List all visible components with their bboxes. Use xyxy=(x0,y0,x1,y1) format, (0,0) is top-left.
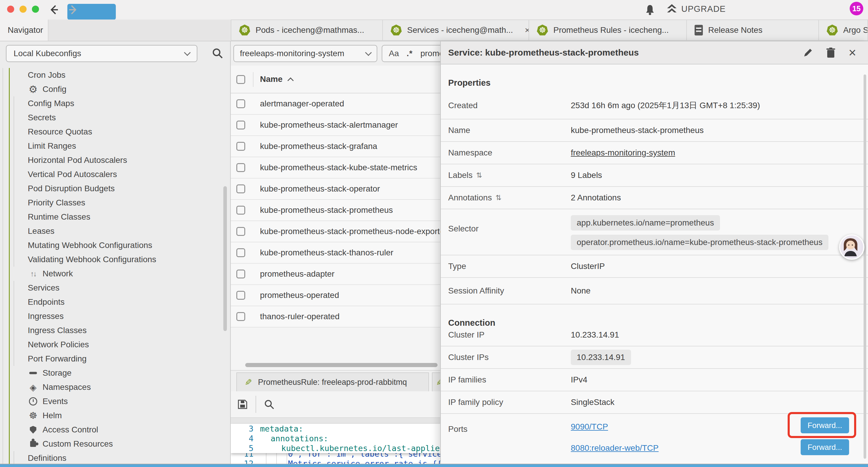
notifications-bell-icon[interactable] xyxy=(644,4,656,16)
row-checkbox[interactable] xyxy=(236,142,245,151)
cluster-tab[interactable]: ☸ Pods - icecheng@mathmas... xyxy=(231,20,383,41)
sidebar-item[interactable]: Ingress Classes xyxy=(0,323,231,338)
cluster-tab[interactable]: ☸ Release Notes xyxy=(687,20,819,41)
port-link[interactable]: 8080:reloader-web/TCP xyxy=(571,443,658,453)
sidebar-scrollbar[interactable] xyxy=(223,186,227,331)
row-checkbox[interactable] xyxy=(236,291,245,300)
sidebar-item[interactable]: Horizontal Pod Autoscalers xyxy=(0,153,231,167)
chevron-down-icon xyxy=(365,49,372,56)
match-case-toggle[interactable]: Aa xyxy=(389,49,399,58)
upgrade-button[interactable]: UPGRADE xyxy=(666,4,725,14)
service-name: prometheus-operated xyxy=(260,291,339,300)
sidebar-item[interactable]: Pod Disruption Budgets xyxy=(0,181,231,196)
select-all-checkbox[interactable] xyxy=(236,75,245,84)
expand-collapse-icon[interactable]: ⇅ xyxy=(495,194,501,202)
row-checkbox[interactable] xyxy=(236,121,245,129)
close-panel-icon[interactable]: × xyxy=(848,48,856,58)
table-row[interactable]: kube-prometheus-stack-thanos-ruler xyxy=(231,242,440,264)
row-checkbox[interactable] xyxy=(236,206,245,214)
cluster-tab[interactable]: ☸ Prometheus Rules - icecheng... xyxy=(529,20,687,41)
sidebar-item[interactable]: Access Control xyxy=(0,423,231,437)
save-icon[interactable] xyxy=(237,399,248,410)
sidebar-item[interactable]: Config xyxy=(0,82,231,96)
row-checkbox[interactable] xyxy=(236,99,245,108)
sidebar-item[interactable]: Validating Webhook Configurations xyxy=(0,253,231,267)
table-row[interactable]: alertmanager-operated xyxy=(231,93,440,115)
sidebar-item[interactable]: Network xyxy=(0,267,231,281)
sidebar-item-icon xyxy=(28,382,38,392)
double-chevron-up-icon xyxy=(666,4,677,14)
sidebar-item[interactable]: Helm xyxy=(0,408,231,423)
row-checkbox[interactable] xyxy=(236,227,245,236)
forward-icon[interactable] xyxy=(67,4,116,20)
sidebar-item[interactable]: Limit Ranges xyxy=(0,139,231,153)
table-row[interactable]: prometheus-operated xyxy=(231,285,440,306)
kubeconfig-select[interactable]: Local Kubeconfigs xyxy=(6,45,197,62)
back-icon[interactable] xyxy=(48,4,60,16)
sidebar-item[interactable]: Cron Jobs xyxy=(0,68,231,82)
sidebar-item[interactable]: Leases xyxy=(0,224,231,238)
editor-tab[interactable]: ✎ PrometheusRule: freeleaps-prod-rabbitm… xyxy=(236,372,429,392)
editor-search-icon[interactable] xyxy=(264,399,275,410)
sidebar-item[interactable]: Priority Classes xyxy=(0,196,231,210)
row-checkbox[interactable] xyxy=(236,184,245,193)
table-row[interactable]: prometheus-adapter xyxy=(231,264,440,285)
sidebar-item-label: Priority Classes xyxy=(28,198,85,207)
name-column-header[interactable]: Name xyxy=(260,75,293,84)
editor-tab-partial[interactable]: ✎ xyxy=(432,372,440,392)
delete-trash-icon[interactable] xyxy=(826,47,836,58)
edit-pencil-icon[interactable] xyxy=(803,48,813,58)
table-row[interactable]: thanos-ruler-operated xyxy=(231,306,440,327)
table-row[interactable]: kube-prometheus-stack-prometheus-node-ex… xyxy=(231,221,440,242)
row-checkbox[interactable] xyxy=(236,269,245,279)
sidebar-item[interactable]: Secrets xyxy=(0,111,231,125)
sidebar-item[interactable]: Runtime Classes xyxy=(0,210,231,224)
user-avatar[interactable] xyxy=(839,234,864,260)
sidebar-item[interactable]: Config Maps xyxy=(0,96,231,111)
regex-toggle[interactable]: .* xyxy=(406,49,413,58)
titlebar: UPGRADE 15 xyxy=(0,0,868,20)
name-filter-input[interactable]: Aa .* prome xyxy=(382,45,440,62)
row-checkbox[interactable] xyxy=(236,163,245,172)
search-icon[interactable] xyxy=(212,47,223,59)
notification-count-badge[interactable]: 15 xyxy=(850,2,863,16)
sidebar-item[interactable]: Storage xyxy=(0,366,231,380)
navigator-tab[interactable]: Navigator xyxy=(0,20,49,41)
minimize-window-button[interactable] xyxy=(20,6,27,13)
table-row[interactable]: kube-prometheus-stack-kube-state-metrics xyxy=(231,157,440,178)
sidebar-item[interactable]: Mutating Webhook Configurations xyxy=(0,238,231,253)
row-checkbox[interactable] xyxy=(236,312,245,321)
sidebar-item[interactable]: Network Policies xyxy=(0,338,231,352)
namespace-link[interactable]: freeleaps-monitoring-system xyxy=(571,148,675,157)
sidebar-item[interactable]: Definitions xyxy=(0,451,231,464)
table-horizontal-scrollbar[interactable] xyxy=(231,362,440,368)
close-window-button[interactable] xyxy=(7,6,14,13)
sidebar-item[interactable]: Resource Quotas xyxy=(0,125,231,139)
maximize-window-button[interactable] xyxy=(32,6,39,13)
port-link[interactable]: 9090/TCP xyxy=(571,422,658,432)
sidebar-item[interactable]: Events xyxy=(0,394,231,408)
tab-close-icon[interactable]: × xyxy=(525,25,529,35)
cluster-ip-chip: 10.233.14.91 xyxy=(571,350,631,365)
panel-scrollbar[interactable] xyxy=(864,75,866,459)
sidebar-item[interactable]: Services xyxy=(0,281,231,295)
table-row[interactable]: kube-prometheus-stack-alertmanager xyxy=(231,115,440,136)
expand-collapse-icon[interactable]: ⇅ xyxy=(476,171,482,179)
sidebar-item[interactable]: Vertical Pod Autoscalers xyxy=(0,167,231,181)
sidebar-item[interactable]: Endpoints xyxy=(0,295,231,309)
sidebar-item[interactable]: Custom Resources xyxy=(0,437,231,451)
table-row[interactable]: kube-prometheus-stack-operator xyxy=(231,178,440,200)
table-row[interactable]: kube-prometheus-stack-prometheus xyxy=(231,200,440,221)
namespace-select[interactable]: freeleaps-monitoring-system xyxy=(234,45,377,62)
sidebar-item[interactable]: Ingresses xyxy=(0,309,231,323)
row-checkbox[interactable] xyxy=(236,248,245,257)
cluster-tab[interactable]: ☸ Argo Se xyxy=(819,20,868,41)
sidebar-item[interactable]: Port Forwarding xyxy=(0,352,231,366)
forward-port-button[interactable]: Forward... xyxy=(801,439,849,455)
tab-label: Pods - icecheng@mathmas... xyxy=(255,25,364,35)
yaml-editor[interactable]: 3metadata: 4annotations: 5kubectl.kubern… xyxy=(231,424,440,464)
table-row[interactable]: kube-prometheus-stack-grafana xyxy=(231,136,440,157)
cluster-tab[interactable]: ☸ Services - icecheng@math... × xyxy=(383,20,529,41)
sidebar-item[interactable]: Namespaces xyxy=(0,380,231,394)
scrollbar-thumb[interactable] xyxy=(245,363,438,367)
